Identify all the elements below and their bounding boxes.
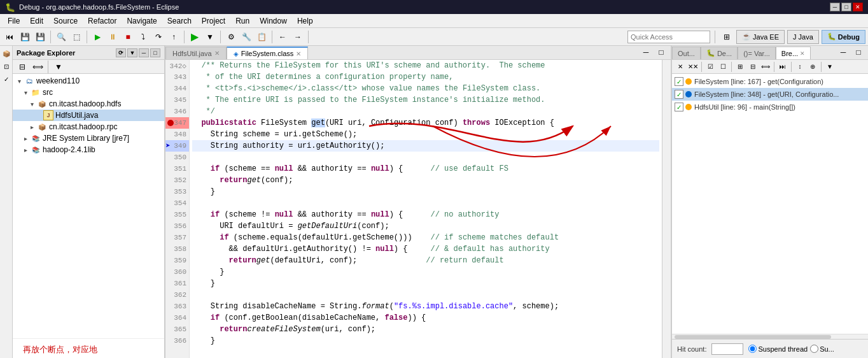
toolbar-btn-ext3[interactable]: 📋 xyxy=(255,30,269,44)
toolbar-perspective-toggle[interactable]: ⊞ xyxy=(720,30,734,44)
panel-minimize-btn[interactable]: ─ xyxy=(139,48,149,57)
bp-link[interactable]: ⟺ xyxy=(760,61,771,73)
tab-variables[interactable]: ()= Var... xyxy=(738,47,776,59)
tab-hdfsutil[interactable]: HdfsUtil.java ✕ xyxy=(165,47,227,59)
bp-enable-all[interactable]: ☑ xyxy=(704,61,716,73)
toolbar-btn-5[interactable]: ⬚ xyxy=(69,30,83,44)
tree-item-weekend110[interactable]: ▾ 🗂 weekend110 xyxy=(13,75,164,87)
toolbar-btn-4[interactable]: 🔍 xyxy=(54,30,68,44)
toolbar-btn-ext2[interactable]: 🔧 xyxy=(239,30,253,44)
menu-help[interactable]: Help xyxy=(292,15,318,27)
tab-filesystem[interactable]: ◈ FileSystem.class ✕ xyxy=(227,47,309,59)
bp-close[interactable]: ✕ xyxy=(800,50,805,57)
tab-filesystem-close[interactable]: ✕ xyxy=(296,50,301,57)
tab-debug[interactable]: 🐛 De... xyxy=(701,47,738,59)
panel-sync-btn[interactable]: ⟳ xyxy=(116,48,126,57)
bp-check-2[interactable]: ✓ xyxy=(675,90,683,99)
toolbar-run[interactable]: ▶ xyxy=(188,30,202,44)
bp-sort[interactable]: ↕ xyxy=(794,61,806,73)
menu-project[interactable]: Project xyxy=(197,15,230,27)
menu-run[interactable]: Run xyxy=(230,15,255,27)
right-minimize[interactable]: ─ xyxy=(836,45,850,59)
bp-item-filesystem-167[interactable]: ✓ FileSystem [line: 167] - get(Configura… xyxy=(672,75,868,88)
menu-search[interactable]: Search xyxy=(162,15,197,27)
bp-disable-all[interactable]: ☐ xyxy=(717,61,729,73)
tree-item-hdfs-pkg[interactable]: ▾ 📦 cn.itcast.hadoop.hdfs xyxy=(13,98,164,110)
suspend-su-opt[interactable]: Su... xyxy=(810,345,834,353)
toolbar-btn-3[interactable]: 💾 xyxy=(33,30,47,44)
bp-remove-all[interactable]: ✕✕ xyxy=(687,61,699,73)
bp-expand[interactable]: ⊞ xyxy=(734,61,746,73)
editor-content[interactable]: 342◇ 343 344 345 346 347 348 ➤ 349 350 xyxy=(165,60,671,358)
pkg-icon-rpc: 📦 xyxy=(37,122,47,132)
panel-maximize-btn[interactable]: □ xyxy=(150,48,160,57)
toolbar-sep-3 xyxy=(184,31,185,43)
bp-menu[interactable]: ▼ xyxy=(824,61,836,73)
menu-refactor[interactable]: Refactor xyxy=(83,15,122,27)
toolbar-btn-2[interactable]: 💾 xyxy=(18,30,32,44)
menu-window[interactable]: Window xyxy=(255,15,292,27)
editor-maximize[interactable]: □ xyxy=(654,45,668,59)
menu-source[interactable]: Source xyxy=(48,15,83,27)
toolbar-debug-step-into[interactable]: ⤵ xyxy=(136,30,150,44)
suspend-su-radio[interactable] xyxy=(810,345,818,353)
quick-access-input[interactable] xyxy=(627,31,710,43)
left-icon-2[interactable]: ⊡ xyxy=(1,61,11,71)
hitcount-input[interactable] xyxy=(711,343,743,355)
tree-item-jre[interactable]: ▸ 📚 JRE System Library [jre7] xyxy=(13,132,164,144)
tree-item-rpc-pkg[interactable]: ▸ 📦 cn.itcast.hadoop.rpc xyxy=(13,121,164,132)
toolbar-debug-stop[interactable]: ■ xyxy=(121,30,135,44)
panel-menu-btn[interactable]: ▼ xyxy=(127,48,137,57)
toolbar-nav-back[interactable]: ← xyxy=(276,30,290,44)
tree-item-hdfsutil[interactable]: J HdfsUtil.java xyxy=(13,110,164,121)
pkg-menu[interactable]: ▼ xyxy=(52,60,66,74)
right-maximize[interactable]: □ xyxy=(851,45,865,59)
perspective-java[interactable]: J Java xyxy=(787,30,819,44)
close-button[interactable]: ✕ xyxy=(853,3,863,11)
tab-hdfsutil-close[interactable]: ✕ xyxy=(214,50,220,57)
menu-file[interactable]: File xyxy=(3,15,25,27)
suspend-thread-opt[interactable]: Suspend thread xyxy=(748,345,808,353)
toolbar-btn-1[interactable]: ⏮ xyxy=(3,30,17,44)
right-panel-scrollbar[interactable] xyxy=(672,334,868,339)
bp-check-1[interactable]: ✓ xyxy=(675,77,683,86)
toolbar-btn-ext1[interactable]: ⚙ xyxy=(224,30,238,44)
tab-breakpoints[interactable]: Bre... ✕ xyxy=(776,47,811,59)
bp-check-3[interactable]: ✓ xyxy=(675,103,683,111)
toolbar-run-config[interactable]: ▼ xyxy=(203,30,217,44)
pkg-link-editor[interactable]: ⟺ xyxy=(31,60,45,74)
toolbar-debug-step-over[interactable]: ↷ xyxy=(151,30,165,44)
bp-group[interactable]: ⊕ xyxy=(807,61,818,73)
perspective-debug[interactable]: 🐛 Debug xyxy=(822,30,865,44)
bp-item-hdfsutil-96[interactable]: ✓ HdfsUtil [line: 96] - main(String[]) xyxy=(672,101,868,113)
code-area: /** Returns the FileSystem for this URI'… xyxy=(190,60,662,358)
left-icon-1[interactable]: 📦 xyxy=(1,48,11,59)
minimize-button[interactable]: ─ xyxy=(830,3,840,11)
tab-outline[interactable]: Out... xyxy=(672,47,701,59)
toolbar-debug-resume[interactable]: ▶ xyxy=(90,30,104,44)
perspective-javaee[interactable]: ☕ Java EE xyxy=(736,30,785,44)
bp-remove[interactable]: ✕ xyxy=(675,61,686,73)
bp-collapse[interactable]: ⊟ xyxy=(747,61,759,73)
pkg-collapse-all[interactable]: ⊟ xyxy=(15,60,29,74)
editor-scrollbar[interactable] xyxy=(662,60,671,358)
arrow-jre: ▸ xyxy=(24,135,31,142)
line-num-361: 361 xyxy=(165,278,189,289)
maximize-button[interactable]: □ xyxy=(841,3,851,11)
left-icon-3[interactable]: ✓ xyxy=(1,74,11,84)
bp-skip-all[interactable]: ⏭ xyxy=(777,61,788,73)
tree-item-src[interactable]: ▾ 📁 src xyxy=(13,87,164,98)
tree-item-hadoop-lib[interactable]: ▸ 📚 hadoop-2.4.1lib xyxy=(13,144,164,155)
tree-label-hadoop: hadoop-2.4.1lib xyxy=(43,145,95,154)
editor-minimize[interactable]: ─ xyxy=(639,45,653,59)
bp-item-filesystem-348[interactable]: ✓ FileSystem [line: 348] - get(URI, Conf… xyxy=(672,88,868,101)
right-panel-buttons: ─ □ xyxy=(836,45,868,59)
toolbar-nav-fwd[interactable]: → xyxy=(291,30,305,44)
toolbar-debug-suspend[interactable]: ⏸ xyxy=(106,30,120,44)
menu-edit[interactable]: Edit xyxy=(25,15,48,27)
code-359: return get(defaultUri, conf); // return … xyxy=(192,255,659,266)
pkg-sep-1 xyxy=(48,61,48,73)
toolbar-debug-step-return[interactable]: ↑ xyxy=(167,30,181,44)
suspend-thread-radio[interactable] xyxy=(748,345,757,353)
menu-navigate[interactable]: Navigate xyxy=(122,15,162,27)
